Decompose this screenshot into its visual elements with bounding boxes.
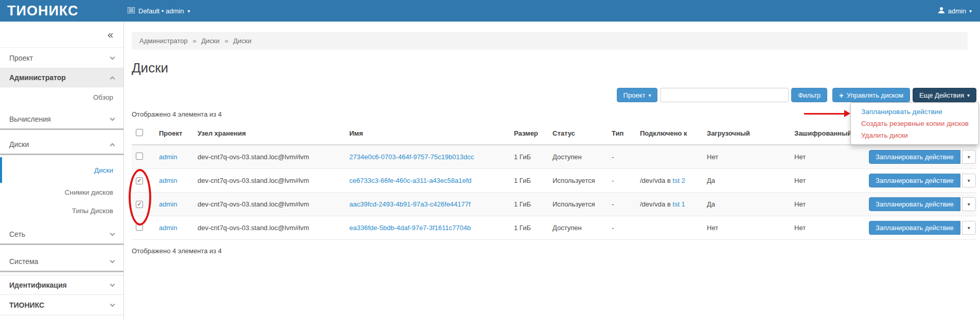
sidebar-item-volume-snapshots[interactable]: Снимки дисков [0,183,123,201]
status-cell: Используется [548,168,608,192]
filter-button[interactable]: Фильтр [791,88,827,102]
sidebar-item-identity[interactable]: Идентификация [0,275,123,295]
attached-instance-link[interactable]: tst 2 [672,177,685,184]
table-row: admin dev-cnt7q-ovs-03.stand.loc@lvm#lvm… [132,216,976,239]
domain-project-label: Default • admin [138,7,184,15]
row-checkbox[interactable] [136,223,143,231]
list-icon [128,7,135,15]
chevron-down-icon: ▾ [187,8,190,14]
sidebar-item-label: Обзор [93,93,113,101]
main-content: Администратор » Диски » Диски Диски Прое… [124,22,980,320]
encrypted-cell: Нет [790,216,865,239]
row-checkbox[interactable] [136,153,143,160]
menu-item-create-backups[interactable]: Создать резервные копии дисков [851,118,978,129]
sidebar-collapse-button[interactable]: « [0,22,123,48]
menu-item-delete-volumes[interactable]: Удалить диски [851,129,978,141]
sidebar-group-volumes[interactable]: Диски [0,135,123,155]
volume-name-link[interactable]: aac39fcd-2493-4b91-97a3-c426fe44177f [349,200,471,208]
top-navbar: ТИОНИКС Default • admin ▾ admin ▾ [0,0,980,22]
row-checkbox[interactable]: ✓ [136,201,143,208]
attached-cell: /dev/vda в tst 1 [636,192,703,216]
sidebar-item-label: Снимки дисков [65,189,113,196]
menu-item-schedule-action[interactable]: Запланировать действие [851,106,978,118]
breadcrumb: Администратор » Диски » Диски [132,32,968,50]
chevron-down-icon: ▾ [967,92,970,98]
attached-instance-link[interactable]: tst 1 [672,200,685,208]
breadcrumb-item-volumes: Диски [233,37,252,45]
table-row: admin dev-cnt7q-ovs-03.stand.loc@lvm#lvm… [132,145,976,168]
sidebar: « Проект Администратор Обзор Вычисления … [0,22,124,320]
row-actions-dropdown-toggle[interactable]: ▾ [962,150,976,164]
chevron-down-icon: ▾ [648,92,651,98]
status-cell: Доступен [548,216,608,239]
chevron-down-icon [110,302,115,307]
manage-volume-button[interactable]: + Управлять диском [832,88,910,102]
sidebar-item-label: Вычисления [9,115,51,123]
sidebar-item-volume-types[interactable]: Типы Дисков [0,201,123,220]
sidebar-item-label: Идентификация [9,281,67,289]
bootable-cell: Да [703,168,790,192]
project-filter-dropdown[interactable]: Проект ▾ [617,88,658,102]
row-checkbox[interactable]: ✓ [136,177,143,184]
column-header-host[interactable]: Узел хранения [193,122,345,145]
breadcrumb-separator: » [192,37,196,45]
project-link[interactable]: admin [159,177,177,184]
more-actions-button[interactable]: Еще Действия ▾ [913,88,976,102]
attached-cell [636,216,703,239]
bootable-cell: Нет [703,145,790,168]
host-cell: dev-cnt7q-ovs-03.stand.loc@lvm#lvm [193,145,345,168]
chevron-down-icon: ▾ [968,201,970,207]
select-all-checkbox[interactable] [136,129,143,136]
chevron-down-icon [110,258,115,263]
breadcrumb-separator: » [224,37,228,45]
user-menu[interactable]: admin ▾ [938,7,980,15]
sidebar-item-volumes[interactable]: Диски [0,157,123,183]
volumes-table: Проект Узел хранения Имя Размер Статус Т… [132,122,976,240]
attached-cell: /dev/vda в tst 2 [636,168,703,192]
sidebar-item-label: Сеть [9,230,25,238]
table-row: ✓ admin dev-cnt7q-ovs-03.stand.loc@lvm#l… [132,168,976,192]
sidebar-group-compute[interactable]: Вычисления [0,110,123,130]
size-cell: 1 ГиБ [510,168,548,192]
sidebar-group-system[interactable]: Система [0,252,123,272]
schedule-action-button[interactable]: Запланировать действие [869,197,960,211]
row-actions-dropdown-toggle[interactable]: ▾ [962,174,976,187]
type-cell: - [608,168,636,192]
sidebar-group-network[interactable]: Сеть [0,225,123,245]
project-link[interactable]: admin [159,153,177,161]
schedule-action-button[interactable]: Запланировать действие [869,221,960,235]
attached-cell [636,145,703,168]
sidebar-item-project[interactable]: Проект [0,48,123,68]
status-cell: Используется [548,192,608,216]
sidebar-item-tionix[interactable]: ТИОНИКС [0,295,123,315]
column-header-name[interactable]: Имя [345,122,510,145]
column-header-status[interactable]: Статус [548,122,608,145]
column-header-project[interactable]: Проект [155,122,193,145]
user-icon [938,7,945,15]
volume-name-link[interactable]: 2734e0c6-0703-464f-9757-75c19b013dcc [349,153,474,161]
column-header-type[interactable]: Тип [608,122,636,145]
search-input[interactable] [660,88,789,102]
row-actions-dropdown-toggle[interactable]: ▾ [962,221,976,235]
bootable-cell: Да [703,192,790,216]
chevron-up-icon [110,143,115,148]
schedule-action-button[interactable]: Запланировать действие [869,150,960,164]
domain-project-switcher[interactable]: Default • admin ▾ [128,7,190,15]
schedule-action-button[interactable]: Запланировать действие [869,174,960,187]
column-header-bootable[interactable]: Загрузочный [703,122,790,145]
column-header-attached[interactable]: Подключено к [636,122,703,145]
sidebar-item-overview[interactable]: Обзор [0,87,123,107]
user-name: admin [948,7,966,15]
breadcrumb-item-volumes-group: Диски [201,37,220,45]
volume-name-link[interactable]: ce6733c3-66fe-460c-a311-a43ec58a1efd [349,177,472,184]
chevron-down-icon [110,54,115,60]
volume-name-link[interactable]: ea336fde-5bdb-4daf-97e7-3f1611c7704b [349,224,471,232]
row-actions-dropdown-toggle[interactable]: ▾ [962,197,976,211]
column-header-size[interactable]: Размер [510,122,548,145]
project-link[interactable]: admin [159,224,177,232]
brand-logo: ТИОНИКС [0,0,123,22]
project-filter-label: Проект [623,91,646,99]
project-link[interactable]: admin [159,200,177,208]
sidebar-item-admin[interactable]: Администратор [0,68,123,87]
more-actions-label: Еще Действия [919,91,964,99]
